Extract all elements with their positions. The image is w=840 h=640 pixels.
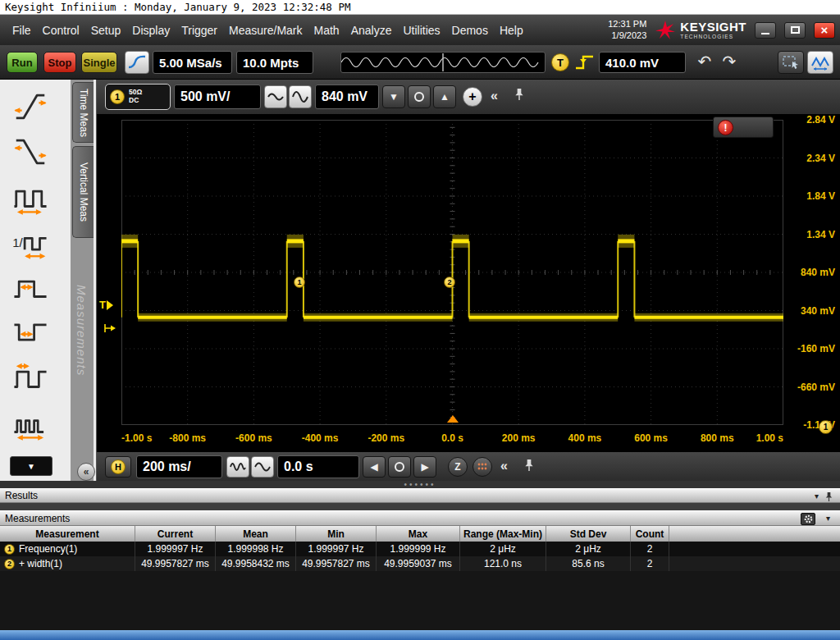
- burst-width-icon[interactable]: [11, 404, 49, 441]
- trigger-time-marker[interactable]: [447, 415, 459, 423]
- rise-time-icon[interactable]: [11, 88, 49, 126]
- column-header[interactable]: Max: [377, 526, 460, 542]
- memory-depth-display[interactable]: 10.0 Mpts: [236, 51, 313, 74]
- panel-splitter[interactable]: ••••••: [0, 481, 840, 488]
- chevron-down-icon[interactable]: ▾: [815, 491, 819, 501]
- single-button[interactable]: Single: [81, 52, 117, 73]
- trigger-edge-icon[interactable]: [573, 53, 596, 72]
- menu-measure-mark[interactable]: Measure/Mark: [223, 15, 308, 45]
- stop-button[interactable]: Stop: [43, 52, 76, 73]
- results-table-body: 1Frequency(1)1.999997 Hz1.999998 Hz1.999…: [0, 542, 840, 571]
- timebase-scale-display[interactable]: 200 ms/: [136, 455, 222, 478]
- frequency-icon[interactable]: 1/: [11, 223, 49, 261]
- arrow-right-icon: ▶: [421, 461, 428, 473]
- column-header[interactable]: Range (Max-Min): [460, 526, 546, 542]
- arrow-left-icon: ◀: [370, 461, 377, 473]
- duty-cycle-icon[interactable]: [11, 359, 49, 396]
- zoom-button[interactable]: Z: [448, 457, 468, 477]
- menu-math[interactable]: Math: [308, 15, 345, 45]
- time-axis-label: 400 ms: [568, 432, 602, 444]
- undo-icon: ↶: [698, 53, 712, 70]
- trigger-badge[interactable]: T: [551, 53, 569, 71]
- wide-sine-icon: [254, 461, 271, 473]
- scale-decrease-button[interactable]: [264, 85, 287, 108]
- position-left-button[interactable]: ◀: [363, 456, 386, 478]
- timebase-compress-button[interactable]: [226, 456, 249, 478]
- pin-icon[interactable]: [514, 87, 525, 102]
- offset-up-button[interactable]: ▲: [433, 85, 456, 108]
- maximize-button[interactable]: [784, 22, 806, 39]
- measurement-value-cell: 2: [631, 542, 669, 556]
- tab-time-meas[interactable]: Time Meas: [72, 82, 94, 143]
- column-header[interactable]: Min: [296, 526, 377, 542]
- menu-setup[interactable]: Setup: [85, 15, 127, 45]
- collapse-sidebar-button[interactable]: «: [77, 463, 95, 481]
- main-toolbar: Run Stop Single 5.00 MSa/s 10.0 Mpts T 4…: [0, 45, 840, 80]
- redo-icon: ↷: [723, 53, 737, 70]
- time-axis-label: -600 ms: [235, 432, 272, 444]
- redo-button[interactable]: ↷: [719, 51, 740, 72]
- measurement-badge: 1: [4, 544, 15, 555]
- menu-file[interactable]: File: [7, 15, 37, 45]
- pin-icon[interactable]: [523, 458, 535, 473]
- scale-increase-button[interactable]: [289, 85, 312, 108]
- menu-display[interactable]: Display: [126, 15, 176, 45]
- region-select-button[interactable]: [778, 51, 804, 74]
- column-header[interactable]: Current: [135, 526, 216, 542]
- run-button[interactable]: Run: [7, 52, 38, 73]
- timebase-expand-button[interactable]: [251, 456, 274, 478]
- menu-analyze[interactable]: Analyze: [345, 15, 398, 45]
- menu-demos[interactable]: Demos: [446, 15, 494, 45]
- column-header[interactable]: Count: [631, 526, 669, 542]
- more-measurements-button[interactable]: ▼: [10, 456, 52, 476]
- measurement-row[interactable]: 1Frequency(1)1.999997 Hz1.999998 Hz1.999…: [0, 542, 840, 556]
- offset-down-button[interactable]: ▼: [382, 85, 405, 108]
- column-header[interactable]: Mean: [216, 526, 296, 542]
- channel-scale-display[interactable]: 500 mV/: [174, 85, 261, 109]
- add-waveform-button[interactable]: +: [463, 87, 482, 107]
- position-fine-button[interactable]: [388, 456, 411, 478]
- acquisition-preview[interactable]: [340, 52, 546, 73]
- measurement-value-cell: 85.6 ns: [546, 556, 631, 571]
- minimize-button[interactable]: [755, 22, 776, 39]
- offset-fine-button[interactable]: [408, 85, 431, 108]
- menu-utilities[interactable]: Utilities: [397, 15, 445, 45]
- time-axis-label: 1.00 s: [756, 432, 783, 444]
- chevron-down-icon[interactable]: ▾: [826, 514, 830, 523]
- acquisition-dots-button[interactable]: [472, 457, 492, 477]
- trigger-level-display[interactable]: 410.0 mV: [599, 52, 686, 73]
- column-header[interactable]: Measurement: [0, 526, 135, 542]
- close-button[interactable]: ×: [814, 22, 835, 39]
- horizontal-scale-button[interactable]: [125, 51, 149, 74]
- collapse-horizontal-controls[interactable]: «: [500, 459, 508, 473]
- timebase-position-display[interactable]: 0.0 s: [277, 455, 359, 478]
- column-header[interactable]: Std Dev: [546, 526, 631, 542]
- tab-vertical-meas[interactable]: Vertical Meas: [72, 146, 94, 238]
- waveform-tools-button[interactable]: [807, 51, 833, 74]
- trigger-level-marker[interactable]: T: [99, 299, 113, 311]
- menu-trigger[interactable]: Trigger: [176, 15, 223, 45]
- measurement-row[interactable]: 2+ width(1)49.9957827 ms49.9958432 ms49.…: [0, 556, 840, 571]
- period-icon[interactable]: [11, 178, 49, 216]
- channel-offset-display[interactable]: 840 mV: [315, 85, 379, 109]
- menu-control[interactable]: Control: [37, 15, 85, 45]
- menu-bar: FileControlSetupDisplayTriggerMeasure/Ma…: [0, 15, 840, 45]
- channel-1-button[interactable]: 1 50Ω DC: [105, 84, 171, 110]
- horizontal-menu-button[interactable]: H: [105, 456, 131, 478]
- sample-rate-display[interactable]: 5.00 MSa/s: [153, 51, 232, 74]
- waveform-graticule[interactable]: [121, 120, 783, 425]
- negative-width-icon[interactable]: [11, 313, 49, 351]
- collapse-channel-controls[interactable]: «: [491, 89, 498, 103]
- position-right-button[interactable]: ▶: [413, 456, 436, 478]
- measurement-value-cell: 1.999997 Hz: [296, 542, 377, 556]
- undo-button[interactable]: ↶: [694, 51, 715, 72]
- scope-display: 2.84 V2.34 V1.84 V1.34 V840 mV340 mV-160…: [97, 115, 840, 451]
- positive-width-icon[interactable]: [11, 268, 49, 306]
- brand-text: KEYSIGHT TECHNOLOGIES: [680, 21, 746, 40]
- menu-help[interactable]: Help: [494, 15, 529, 45]
- measurement-settings-button[interactable]: [801, 513, 815, 525]
- fall-time-icon[interactable]: [11, 133, 49, 171]
- warning-button[interactable]: !: [713, 117, 774, 138]
- pin-icon[interactable]: [824, 491, 833, 502]
- channel-ground-marker[interactable]: [103, 322, 116, 335]
